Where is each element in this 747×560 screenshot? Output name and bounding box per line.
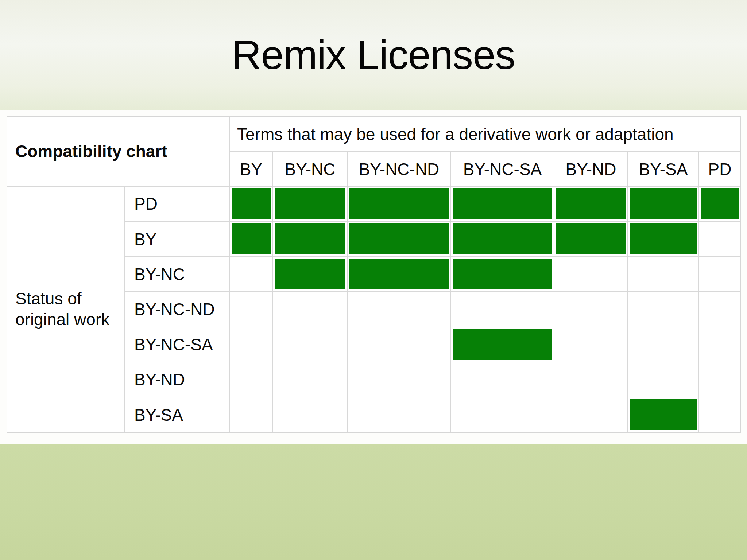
compat-cell [699, 222, 740, 256]
compat-cell [230, 292, 272, 326]
compat-cell [273, 257, 347, 291]
column-header-by-sa: BY-SA [628, 152, 698, 186]
row-label-by-nc-nd: BY-NC-ND [125, 292, 229, 326]
compat-cell [628, 292, 698, 326]
compat-cell [451, 327, 554, 362]
row-label-pd: PD [125, 187, 229, 221]
compat-cell [348, 362, 450, 397]
compat-cell [273, 397, 347, 432]
compat-cell [628, 362, 698, 397]
compat-cell [348, 327, 450, 362]
compat-cell [554, 187, 627, 221]
row-label-by-sa: BY-SA [125, 397, 229, 432]
compat-cell [554, 257, 627, 291]
compat-cell [628, 397, 698, 432]
compat-cell [699, 292, 740, 326]
column-header-by-nc: BY-NC [273, 152, 347, 186]
compat-cell [699, 397, 740, 432]
compat-cell [699, 257, 740, 291]
terms-header: Terms that may be used for a derivative … [230, 117, 740, 151]
compat-cell [451, 362, 554, 397]
column-header-by-nd: BY-ND [554, 152, 627, 186]
compat-cell [348, 222, 450, 256]
compat-cell [554, 397, 627, 432]
column-header-pd: PD [699, 152, 740, 186]
slide-title: Remix Licenses [0, 0, 747, 109]
compat-cell [273, 222, 347, 256]
compat-cell [554, 362, 627, 397]
row-label-by-nc: BY-NC [125, 257, 229, 291]
compat-cell [554, 292, 627, 326]
compat-cell [348, 187, 450, 221]
compat-cell [628, 327, 698, 362]
compat-cell [451, 187, 554, 221]
background-bottom-band [0, 444, 747, 560]
column-header-by-nc-nd: BY-NC-ND [348, 152, 450, 186]
compat-cell [348, 292, 450, 326]
compat-cell [273, 187, 347, 221]
compat-cell [230, 257, 272, 291]
compat-cell [628, 257, 698, 291]
compat-cell [230, 187, 272, 221]
compat-cell [273, 292, 347, 326]
compat-cell [348, 257, 450, 291]
compat-cell [451, 397, 554, 432]
compat-cell [273, 327, 347, 362]
compat-cell [699, 327, 740, 362]
compatibility-table: Compatibility chart Terms that may be us… [7, 116, 741, 433]
row-label-by-nc-sa: BY-NC-SA [125, 327, 229, 362]
column-header-by: BY [230, 152, 272, 186]
compat-cell [628, 222, 698, 256]
compat-cell [451, 292, 554, 326]
row-label-by-nd: BY-ND [125, 362, 229, 397]
compat-cell [699, 362, 740, 397]
compat-cell [451, 257, 554, 291]
compat-cell [451, 222, 554, 256]
corner-label: Compatibility chart [7, 117, 229, 186]
compat-cell [230, 222, 272, 256]
compat-cell [230, 362, 272, 397]
compat-cell [348, 397, 450, 432]
compat-cell [554, 327, 627, 362]
compat-cell [554, 222, 627, 256]
compat-cell [699, 187, 740, 221]
column-header-by-nc-sa: BY-NC-SA [451, 152, 554, 186]
compat-cell [230, 327, 272, 362]
row-group-label: Status of original work [7, 187, 124, 432]
compat-cell [230, 397, 272, 432]
compat-cell [273, 362, 347, 397]
row-label-by: BY [125, 222, 229, 256]
compat-cell [628, 187, 698, 221]
